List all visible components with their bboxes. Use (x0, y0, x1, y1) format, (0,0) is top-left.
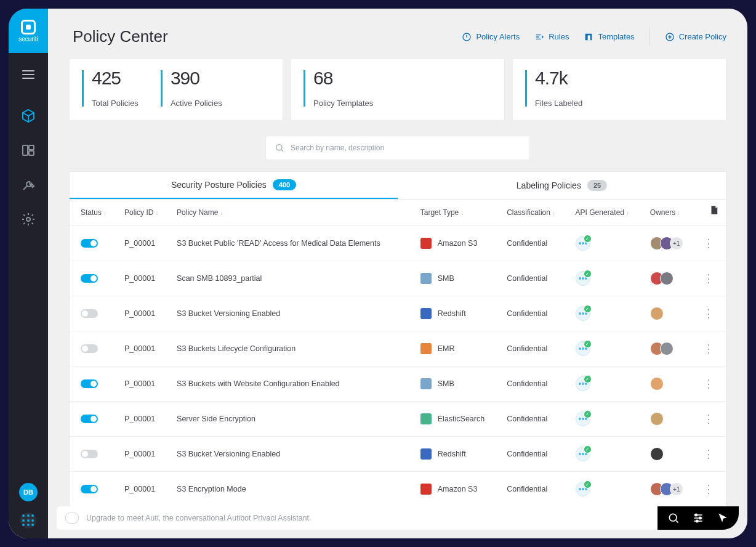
svg-rect-2 (29, 151, 34, 155)
row-menu-icon[interactable]: ⋮ (701, 482, 716, 496)
row-menu-icon[interactable]: ⋮ (701, 342, 716, 355)
table-row[interactable]: P_00001 S3 Buckets Lifecycle Configurati… (70, 331, 726, 367)
assistant-prompt[interactable]: Upgrade to meet Auti, the conversational… (57, 506, 701, 530)
tab-labeling[interactable]: Labeling Policies 25 (398, 172, 726, 199)
tabs: Security Posture Policies 400 Labeling P… (69, 171, 726, 200)
table-header-row: Status↓ Policy ID↓ Policy Name↓ Target T… (70, 200, 726, 226)
status-toggle[interactable] (81, 344, 98, 353)
export-icon[interactable] (709, 205, 720, 216)
col-policy-id[interactable]: Policy ID↓ (118, 200, 171, 226)
create-policy-button[interactable]: Create Policy (665, 32, 726, 42)
nav-layout-icon[interactable] (21, 143, 36, 158)
policy-id: P_00001 (118, 226, 171, 261)
status-toggle[interactable] (81, 274, 98, 283)
tool-sliders-icon[interactable] (692, 512, 704, 524)
status-toggle[interactable] (81, 415, 98, 423)
classification: Confidential (501, 261, 569, 296)
policy-id: P_00001 (118, 402, 171, 437)
owner-more: +1 (670, 237, 683, 250)
stat-card-files: 4.7k Files Labeled (512, 59, 726, 121)
svg-point-8 (276, 145, 282, 150)
table-row[interactable]: P_00001 Server Side Encryption ElasticSe… (70, 402, 726, 437)
nav-gear-icon[interactable] (21, 212, 36, 227)
owners-group (650, 412, 690, 426)
policy-id: P_00001 (118, 437, 171, 472)
table-row[interactable]: P_00001 S3 Bucket Public 'READ' Access f… (70, 226, 726, 261)
target-icon (420, 238, 432, 249)
table-row[interactable]: P_00001 S3 Bucket Versioning Enabled Red… (70, 437, 726, 472)
stat-label: Files Labeled (535, 99, 582, 108)
app-grid-icon[interactable] (20, 513, 36, 529)
stat-value: 425 (92, 68, 139, 89)
tab-label: Security Posture Policies (171, 180, 267, 190)
classification: Confidential (501, 331, 569, 367)
policy-name: Scan SMB 10893_partial (171, 261, 414, 296)
row-menu-icon[interactable]: ⋮ (701, 237, 716, 250)
status-toggle[interactable] (81, 379, 98, 388)
policy-id: P_00001 (118, 296, 171, 331)
tool-cursor-icon[interactable] (717, 512, 729, 524)
search-box[interactable] (265, 136, 530, 160)
col-api-generated[interactable]: API Generated↓ (569, 200, 644, 226)
assistant-message: Upgrade to meet Auti, the conversational… (86, 514, 311, 522)
policy-id: P_00001 (118, 472, 171, 507)
row-menu-icon[interactable]: ⋮ (701, 447, 716, 461)
stat-label: Active Policies (171, 99, 222, 108)
target-label: Amazon S3 (438, 239, 478, 248)
brand-logo[interactable]: securiti (9, 9, 48, 53)
tab-count: 25 (587, 180, 607, 191)
col-target-type[interactable]: Target Type↓ (414, 200, 501, 226)
col-policy-name[interactable]: Policy Name↓ (171, 200, 414, 226)
policy-id: P_00001 (118, 331, 171, 367)
owner-avatar (650, 447, 664, 461)
target-label: SMB (438, 379, 454, 388)
status-toggle[interactable] (81, 239, 98, 248)
owners-group (650, 307, 690, 320)
svg-point-9 (669, 514, 677, 521)
table-row[interactable]: P_00001 Scan SMB 10893_partial SMB Confi… (70, 261, 726, 296)
api-badge-icon (576, 306, 590, 321)
policy-alerts-label: Policy Alerts (476, 32, 520, 41)
target-icon (420, 378, 432, 389)
policy-alerts-link[interactable]: Policy Alerts (462, 32, 520, 42)
tool-search-icon[interactable] (667, 512, 680, 524)
table-row[interactable]: P_00001 S3 Bucket Versioning Enabled Red… (70, 296, 726, 331)
owners-group (650, 342, 690, 355)
rules-link[interactable]: Rules (534, 32, 569, 42)
page-title: Policy Center (73, 27, 168, 46)
policy-name: S3 Bucket Versioning Enabled (171, 296, 414, 331)
table-row[interactable]: P_00001 S3 Buckets with Website Configur… (70, 367, 726, 402)
main-content: Policy Center Policy Alerts Rules Templa… (48, 9, 747, 538)
search-input[interactable] (291, 144, 521, 152)
templates-link[interactable]: Templates (584, 32, 634, 42)
user-avatar[interactable]: DB (19, 483, 38, 501)
col-classification[interactable]: Classification↓ (501, 200, 569, 226)
search-icon (275, 143, 284, 153)
nav-wrench-icon[interactable] (21, 177, 36, 192)
stat-value: 68 (313, 68, 373, 89)
owners-group (650, 377, 690, 391)
col-owners[interactable]: Owners↓ (644, 200, 696, 226)
divider (649, 28, 650, 46)
svg-point-10 (695, 514, 697, 516)
policy-name: S3 Bucket Public 'READ' Access for Medic… (171, 226, 414, 261)
row-menu-icon[interactable]: ⋮ (701, 307, 716, 320)
stat-card-templates: 68 Policy Templates (291, 59, 505, 121)
stat-label: Policy Templates (313, 99, 373, 108)
policy-name: S3 Encryption Mode (171, 472, 414, 507)
row-menu-icon[interactable]: ⋮ (701, 412, 716, 426)
brand-name: securiti (18, 36, 38, 43)
row-menu-icon[interactable]: ⋮ (701, 377, 716, 391)
row-menu-icon[interactable]: ⋮ (701, 272, 716, 285)
table-row[interactable]: P_00001 S3 Encryption Mode Amazon S3 Con… (70, 472, 726, 507)
target-cell: ElasticSearch (420, 413, 494, 424)
menu-toggle-icon[interactable] (22, 70, 34, 79)
status-toggle[interactable] (81, 485, 98, 493)
nav-cube-icon[interactable] (21, 108, 36, 123)
col-status[interactable]: Status↓ (70, 200, 118, 226)
svg-point-11 (699, 517, 701, 519)
status-toggle[interactable] (81, 450, 98, 458)
tab-security-posture[interactable]: Security Posture Policies 400 (70, 172, 398, 199)
templates-label: Templates (598, 32, 634, 41)
status-toggle[interactable] (81, 309, 98, 318)
